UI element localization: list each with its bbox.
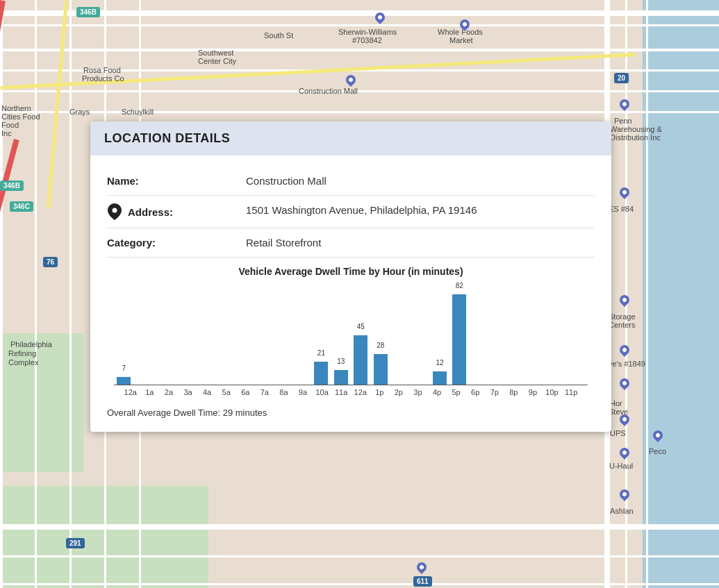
bar-wrapper-7a	[252, 288, 272, 385]
x-label-7p-19: 7p	[485, 385, 504, 396]
badge-76: 76	[43, 257, 58, 267]
bar-wrapper-1a	[133, 288, 153, 385]
overall-avg: Overall Average Dwell Time: 29 minutes	[107, 408, 595, 418]
bar-wrapper-8p	[509, 288, 528, 385]
name-row: Name: Construction Mall	[107, 167, 595, 196]
bar-wrapper-9a	[292, 288, 311, 385]
bar-12a: 45	[354, 335, 367, 385]
x-label-3p-15: 3p	[408, 385, 428, 396]
x-label-1p-13: 1p	[370, 385, 390, 396]
panel-header: LOCATION DETAILS	[90, 121, 611, 156]
bar-wrapper-5p: 82	[449, 288, 469, 385]
bar-wrapper-12a: 45	[351, 288, 370, 385]
badge-346c: 346C	[10, 201, 33, 212]
x-label-6a-6: 6a	[235, 385, 255, 396]
bars-container: 7211345281282	[114, 288, 588, 385]
bar-wrapper-4p: 12	[430, 288, 449, 385]
location-pin-icon	[107, 204, 122, 219]
map-label-peco: Peco	[649, 447, 666, 455]
map-label-inc: Inc	[1, 129, 12, 137]
chart-section: Vehicle Average Dwell Time by Hour (in m…	[107, 263, 595, 418]
x-label-4p-16: 4p	[427, 385, 447, 396]
category-label: Category:	[107, 237, 246, 249]
chart-title: Vehicle Average Dwell Time by Hour (in m…	[107, 266, 595, 277]
map-label-northern: Northern	[1, 104, 31, 112]
bar-4p: 12	[433, 371, 447, 385]
x-label-4a-4: 4a	[197, 385, 217, 396]
address-label: Address:	[107, 204, 246, 219]
name-label: Name:	[107, 175, 246, 187]
x-label-2p-14: 2p	[389, 385, 408, 396]
x-label-5p-17: 5p	[447, 385, 466, 396]
map-label-rosa: Rosa Food	[83, 66, 121, 74]
x-label-5a-5: 5a	[217, 385, 236, 396]
badge-20: 20	[614, 73, 629, 83]
name-value: Construction Mall	[246, 175, 595, 187]
bar-wrapper-11a: 13	[331, 288, 351, 385]
panel-body: Name: Construction Mall Address: 1501 Wa…	[90, 156, 611, 432]
map-label-phila-refining2: Refining	[8, 349, 36, 358]
x-label-12a-12: 12a	[351, 385, 370, 396]
bar-wrapper-1p: 28	[370, 288, 390, 385]
bar-label-1p: 28	[377, 342, 384, 349]
x-label-1a-1: 1a	[140, 385, 160, 396]
chart-area: 7211345281282 12a1a2a3a4a5a6a7a8a9a10a11…	[114, 288, 588, 399]
map-label-products: Products Co	[82, 74, 124, 83]
x-label-3a-3: 3a	[179, 385, 198, 396]
bar-wrapper-7p	[489, 288, 509, 385]
map-label-storage: Storage	[609, 312, 636, 321]
map-label-penn: Penn	[614, 117, 632, 125]
bar-wrapper-11p	[568, 288, 588, 385]
bar-wrapper-4a	[193, 288, 213, 385]
bar-wrapper-2a	[154, 288, 173, 385]
bar-wrapper-9p	[529, 288, 548, 385]
x-label-11a-11: 11a	[331, 385, 351, 396]
x-label-11p-23: 11p	[561, 385, 581, 396]
bar-wrapper-12a: 7	[114, 288, 133, 385]
bar-label-12a: 45	[357, 323, 365, 330]
x-label-8p-20: 8p	[504, 385, 524, 396]
bar-wrapper-2p	[390, 288, 410, 385]
map-label-phila-refining: Philadelphia	[10, 340, 52, 348]
x-label-7a-7: 7a	[255, 385, 274, 396]
category-value: Retail Storefront	[246, 237, 595, 249]
bar-label-5p: 82	[456, 282, 463, 289]
map-label-south-st: South St	[264, 31, 293, 40]
x-label-9a-9: 9a	[293, 385, 313, 396]
map-label-centers: Centers	[609, 321, 636, 329]
bar-label-4p: 12	[436, 359, 443, 367]
map-label-construction: Construction Mall	[299, 87, 358, 95]
bar-wrapper-6a	[233, 288, 252, 385]
category-row: Category: Retail Storefront	[107, 228, 595, 258]
map-label-market: Market	[449, 36, 473, 44]
badge-346b-top: 346B	[76, 7, 100, 17]
map-label-es84: ES #84	[609, 205, 634, 213]
map-label-uhaul: U-Haul	[609, 462, 633, 470]
bar-wrapper-3a	[173, 288, 192, 385]
map-label-warehousing: Warehousing &	[610, 125, 662, 133]
map-label-schuylkill: Schuylkill	[122, 108, 154, 116]
map-label-whole: Whole Foods	[438, 28, 483, 36]
bar-wrapper-6p	[470, 288, 489, 385]
map-label-grays: Grays	[69, 108, 90, 116]
bar-5p: 82	[452, 294, 466, 385]
bar-1p: 28	[374, 354, 388, 385]
map-label-complex: Complex	[8, 358, 38, 367]
badge-291: 291	[66, 538, 85, 548]
panel-title: LOCATION DETAILS	[104, 131, 597, 146]
bar-wrapper-8a	[272, 288, 291, 385]
bar-wrapper-5a	[213, 288, 232, 385]
bar-label-12a: 7	[122, 364, 126, 372]
badge-611: 611	[413, 576, 432, 587]
x-label-2a-2: 2a	[159, 385, 179, 396]
x-label-10a-10: 10a	[313, 385, 332, 396]
x-label-6p-18: 6p	[465, 385, 485, 396]
bar-label-10a: 21	[317, 349, 325, 357]
bar-wrapper-10p	[548, 288, 568, 385]
x-label-8a-8: 8a	[274, 385, 294, 396]
bar-wrapper-10a: 21	[311, 288, 331, 385]
map-label-ashlan: Ashlan	[610, 507, 634, 515]
bar-label-11a: 13	[337, 358, 345, 365]
x-label-10p-22: 10p	[543, 385, 562, 396]
bar-11a: 13	[334, 370, 348, 385]
